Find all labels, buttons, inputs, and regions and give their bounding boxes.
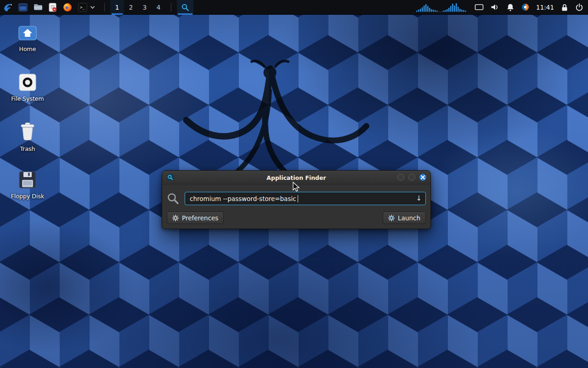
status-circle-icon[interactable] [521, 0, 529, 14]
home-icon [18, 25, 37, 41]
close-icon [421, 175, 425, 179]
application-finder-window: Application Finder chromi [162, 170, 431, 229]
volume-icon[interactable] [491, 0, 499, 14]
audio-visualizer [416, 2, 468, 12]
chevron-down-icon [90, 6, 95, 9]
close-button[interactable] [419, 174, 426, 181]
launch-label: Launch [398, 214, 420, 222]
panel-separator [104, 3, 105, 12]
gear-icon [172, 215, 179, 221]
svg-text:>_: >_ [80, 5, 85, 10]
dropdown-arrow-icon[interactable]: ↓ [416, 194, 422, 202]
workspace-button-2[interactable]: 2 [124, 0, 138, 15]
desktop-icon-label: Home [19, 46, 36, 52]
workspace-button-1[interactable]: 1 [110, 0, 124, 15]
workspace-label: 4 [157, 4, 161, 11]
minimize-button[interactable] [397, 174, 404, 181]
desktop-icon-home[interactable]: Home [7, 25, 48, 52]
launch-icon [388, 215, 395, 221]
desktop-icon-trash[interactable]: Trash [7, 122, 48, 152]
window-icon [18, 3, 28, 12]
launcher-dropdown-button[interactable] [90, 0, 95, 14]
text-caret [298, 195, 299, 202]
desktop-icon-file-system[interactable]: File System [7, 74, 48, 102]
launcher-firefox[interactable] [63, 0, 72, 14]
launcher-window-manager[interactable] [18, 0, 28, 14]
logout-power-icon[interactable] [575, 0, 583, 14]
desktop-icon-floppy-disk[interactable]: Floppy Disk [7, 171, 48, 200]
display-icon[interactable] [475, 0, 484, 14]
command-input[interactable]: chromium --password-store=basic ↓ [185, 192, 426, 205]
folder-icon [34, 3, 43, 11]
launcher-terminal[interactable]: >_ [78, 0, 87, 14]
desktop-icon-label: Trash [20, 145, 35, 152]
desktop-icon-label: Floppy Disk [11, 193, 44, 200]
workspace-label: 1 [115, 4, 119, 11]
magnifier-icon [181, 3, 189, 12]
terminal-icon: >_ [78, 3, 87, 12]
floppy-disk-icon [19, 171, 36, 189]
top-panel: >_ 1 2 3 4 [0, 0, 588, 15]
document-icon [49, 3, 57, 12]
firefox-icon [63, 3, 72, 12]
search-icon [167, 192, 180, 205]
clock[interactable]: 11:41 [536, 4, 554, 11]
taskbar-appfinder-button[interactable] [177, 0, 193, 15]
launcher-text-editor[interactable] [49, 0, 57, 14]
workspace-label: 2 [129, 4, 133, 11]
file-system-icon [19, 74, 36, 91]
workspace-button-3[interactable]: 3 [138, 0, 152, 15]
preferences-button[interactable]: Preferences [167, 212, 224, 224]
trash-icon [19, 122, 36, 141]
desktop-wallpaper: Home File System Trash Floppy Disk [0, 0, 588, 368]
kali-logo-icon [3, 2, 14, 13]
lock-icon[interactable] [561, 0, 568, 14]
mouse-cursor [292, 182, 300, 193]
notifications-bell-icon[interactable] [506, 0, 514, 14]
launch-button[interactable]: Launch [383, 212, 426, 224]
preferences-label: Preferences [182, 214, 218, 222]
panel-separator [171, 3, 171, 12]
desktop-icon-label: File System [11, 95, 44, 102]
workspace-label: 3 [143, 4, 147, 11]
kali-menu-button[interactable] [3, 0, 14, 14]
workspace-button-4[interactable]: 4 [152, 0, 165, 15]
command-text: chromium --password-store=basic [190, 195, 296, 202]
maximize-button[interactable] [408, 174, 415, 181]
launcher-file-manager[interactable] [34, 0, 43, 14]
